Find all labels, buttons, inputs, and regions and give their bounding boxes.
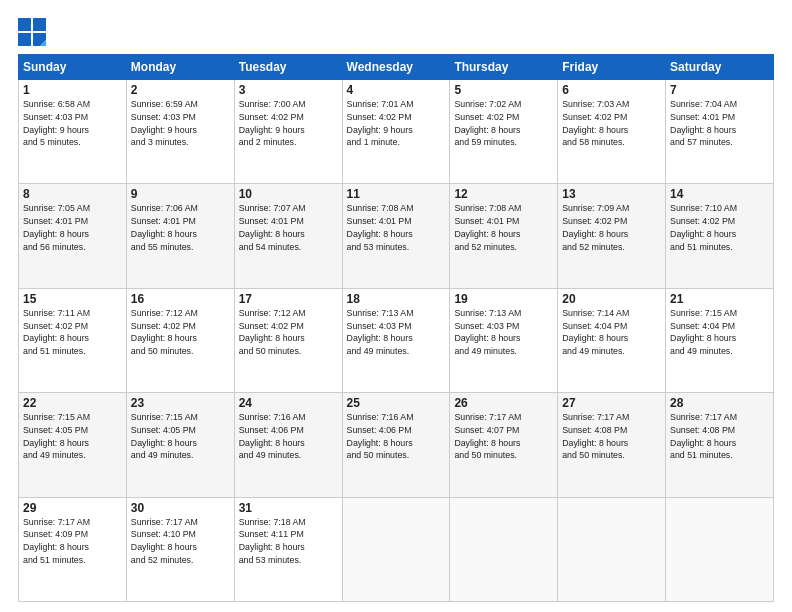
- header-day-friday: Friday: [558, 55, 666, 80]
- day-info: Sunrise: 7:05 AM Sunset: 4:01 PM Dayligh…: [23, 202, 122, 253]
- calendar-day-12: 12Sunrise: 7:08 AM Sunset: 4:01 PM Dayli…: [450, 184, 558, 288]
- day-number: 9: [131, 187, 230, 201]
- calendar-empty: [558, 497, 666, 601]
- calendar-week-3: 15Sunrise: 7:11 AM Sunset: 4:02 PM Dayli…: [19, 288, 774, 392]
- calendar-day-17: 17Sunrise: 7:12 AM Sunset: 4:02 PM Dayli…: [234, 288, 342, 392]
- calendar-day-23: 23Sunrise: 7:15 AM Sunset: 4:05 PM Dayli…: [126, 393, 234, 497]
- day-number: 11: [347, 187, 446, 201]
- day-number: 8: [23, 187, 122, 201]
- logo: [18, 18, 48, 46]
- calendar-header-row: SundayMondayTuesdayWednesdayThursdayFrid…: [19, 55, 774, 80]
- day-info: Sunrise: 7:08 AM Sunset: 4:01 PM Dayligh…: [347, 202, 446, 253]
- day-info: Sunrise: 7:03 AM Sunset: 4:02 PM Dayligh…: [562, 98, 661, 149]
- day-number: 29: [23, 501, 122, 515]
- day-number: 14: [670, 187, 769, 201]
- calendar-week-1: 1Sunrise: 6:58 AM Sunset: 4:03 PM Daylig…: [19, 80, 774, 184]
- calendar-week-5: 29Sunrise: 7:17 AM Sunset: 4:09 PM Dayli…: [19, 497, 774, 601]
- day-number: 23: [131, 396, 230, 410]
- calendar-day-10: 10Sunrise: 7:07 AM Sunset: 4:01 PM Dayli…: [234, 184, 342, 288]
- day-number: 25: [347, 396, 446, 410]
- calendar-day-6: 6Sunrise: 7:03 AM Sunset: 4:02 PM Daylig…: [558, 80, 666, 184]
- day-number: 17: [239, 292, 338, 306]
- day-number: 28: [670, 396, 769, 410]
- day-number: 22: [23, 396, 122, 410]
- day-number: 10: [239, 187, 338, 201]
- day-info: Sunrise: 6:58 AM Sunset: 4:03 PM Dayligh…: [23, 98, 122, 149]
- calendar-day-27: 27Sunrise: 7:17 AM Sunset: 4:08 PM Dayli…: [558, 393, 666, 497]
- calendar-day-15: 15Sunrise: 7:11 AM Sunset: 4:02 PM Dayli…: [19, 288, 127, 392]
- day-info: Sunrise: 7:16 AM Sunset: 4:06 PM Dayligh…: [239, 411, 338, 462]
- day-info: Sunrise: 7:00 AM Sunset: 4:02 PM Dayligh…: [239, 98, 338, 149]
- header-day-tuesday: Tuesday: [234, 55, 342, 80]
- day-info: Sunrise: 7:11 AM Sunset: 4:02 PM Dayligh…: [23, 307, 122, 358]
- svg-rect-0: [18, 18, 31, 31]
- day-info: Sunrise: 7:17 AM Sunset: 4:10 PM Dayligh…: [131, 516, 230, 567]
- day-number: 3: [239, 83, 338, 97]
- day-info: Sunrise: 7:13 AM Sunset: 4:03 PM Dayligh…: [347, 307, 446, 358]
- day-info: Sunrise: 7:12 AM Sunset: 4:02 PM Dayligh…: [131, 307, 230, 358]
- day-info: Sunrise: 7:13 AM Sunset: 4:03 PM Dayligh…: [454, 307, 553, 358]
- day-number: 31: [239, 501, 338, 515]
- day-info: Sunrise: 7:04 AM Sunset: 4:01 PM Dayligh…: [670, 98, 769, 149]
- day-number: 5: [454, 83, 553, 97]
- header-day-monday: Monday: [126, 55, 234, 80]
- calendar-day-2: 2Sunrise: 6:59 AM Sunset: 4:03 PM Daylig…: [126, 80, 234, 184]
- calendar-day-13: 13Sunrise: 7:09 AM Sunset: 4:02 PM Dayli…: [558, 184, 666, 288]
- day-number: 13: [562, 187, 661, 201]
- header-day-wednesday: Wednesday: [342, 55, 450, 80]
- day-number: 16: [131, 292, 230, 306]
- calendar-day-28: 28Sunrise: 7:17 AM Sunset: 4:08 PM Dayli…: [666, 393, 774, 497]
- calendar-day-16: 16Sunrise: 7:12 AM Sunset: 4:02 PM Dayli…: [126, 288, 234, 392]
- page: SundayMondayTuesdayWednesdayThursdayFrid…: [0, 0, 792, 612]
- day-info: Sunrise: 7:14 AM Sunset: 4:04 PM Dayligh…: [562, 307, 661, 358]
- calendar-day-14: 14Sunrise: 7:10 AM Sunset: 4:02 PM Dayli…: [666, 184, 774, 288]
- calendar-day-19: 19Sunrise: 7:13 AM Sunset: 4:03 PM Dayli…: [450, 288, 558, 392]
- day-number: 18: [347, 292, 446, 306]
- day-number: 6: [562, 83, 661, 97]
- calendar-table: SundayMondayTuesdayWednesdayThursdayFrid…: [18, 54, 774, 602]
- day-info: Sunrise: 7:15 AM Sunset: 4:04 PM Dayligh…: [670, 307, 769, 358]
- calendar-day-31: 31Sunrise: 7:18 AM Sunset: 4:11 PM Dayli…: [234, 497, 342, 601]
- header-day-thursday: Thursday: [450, 55, 558, 80]
- day-number: 26: [454, 396, 553, 410]
- day-number: 20: [562, 292, 661, 306]
- logo-icon: [18, 18, 46, 46]
- calendar-day-4: 4Sunrise: 7:01 AM Sunset: 4:02 PM Daylig…: [342, 80, 450, 184]
- calendar-empty: [666, 497, 774, 601]
- day-info: Sunrise: 7:09 AM Sunset: 4:02 PM Dayligh…: [562, 202, 661, 253]
- calendar-day-29: 29Sunrise: 7:17 AM Sunset: 4:09 PM Dayli…: [19, 497, 127, 601]
- day-info: Sunrise: 7:12 AM Sunset: 4:02 PM Dayligh…: [239, 307, 338, 358]
- calendar-day-18: 18Sunrise: 7:13 AM Sunset: 4:03 PM Dayli…: [342, 288, 450, 392]
- day-number: 19: [454, 292, 553, 306]
- day-info: Sunrise: 7:02 AM Sunset: 4:02 PM Dayligh…: [454, 98, 553, 149]
- header-day-sunday: Sunday: [19, 55, 127, 80]
- day-info: Sunrise: 7:15 AM Sunset: 4:05 PM Dayligh…: [23, 411, 122, 462]
- day-number: 7: [670, 83, 769, 97]
- calendar-day-30: 30Sunrise: 7:17 AM Sunset: 4:10 PM Dayli…: [126, 497, 234, 601]
- day-number: 4: [347, 83, 446, 97]
- day-info: Sunrise: 7:17 AM Sunset: 4:09 PM Dayligh…: [23, 516, 122, 567]
- calendar-day-9: 9Sunrise: 7:06 AM Sunset: 4:01 PM Daylig…: [126, 184, 234, 288]
- svg-rect-2: [18, 33, 31, 46]
- day-info: Sunrise: 7:18 AM Sunset: 4:11 PM Dayligh…: [239, 516, 338, 567]
- calendar-empty: [342, 497, 450, 601]
- day-number: 30: [131, 501, 230, 515]
- day-info: Sunrise: 7:17 AM Sunset: 4:08 PM Dayligh…: [562, 411, 661, 462]
- day-number: 21: [670, 292, 769, 306]
- day-number: 2: [131, 83, 230, 97]
- day-info: Sunrise: 7:07 AM Sunset: 4:01 PM Dayligh…: [239, 202, 338, 253]
- calendar-day-8: 8Sunrise: 7:05 AM Sunset: 4:01 PM Daylig…: [19, 184, 127, 288]
- day-info: Sunrise: 7:08 AM Sunset: 4:01 PM Dayligh…: [454, 202, 553, 253]
- calendar-day-7: 7Sunrise: 7:04 AM Sunset: 4:01 PM Daylig…: [666, 80, 774, 184]
- calendar-day-20: 20Sunrise: 7:14 AM Sunset: 4:04 PM Dayli…: [558, 288, 666, 392]
- day-info: Sunrise: 7:01 AM Sunset: 4:02 PM Dayligh…: [347, 98, 446, 149]
- day-number: 27: [562, 396, 661, 410]
- day-number: 12: [454, 187, 553, 201]
- day-info: Sunrise: 6:59 AM Sunset: 4:03 PM Dayligh…: [131, 98, 230, 149]
- day-info: Sunrise: 7:06 AM Sunset: 4:01 PM Dayligh…: [131, 202, 230, 253]
- day-info: Sunrise: 7:17 AM Sunset: 4:08 PM Dayligh…: [670, 411, 769, 462]
- calendar-week-2: 8Sunrise: 7:05 AM Sunset: 4:01 PM Daylig…: [19, 184, 774, 288]
- calendar-day-26: 26Sunrise: 7:17 AM Sunset: 4:07 PM Dayli…: [450, 393, 558, 497]
- day-number: 24: [239, 396, 338, 410]
- header-day-saturday: Saturday: [666, 55, 774, 80]
